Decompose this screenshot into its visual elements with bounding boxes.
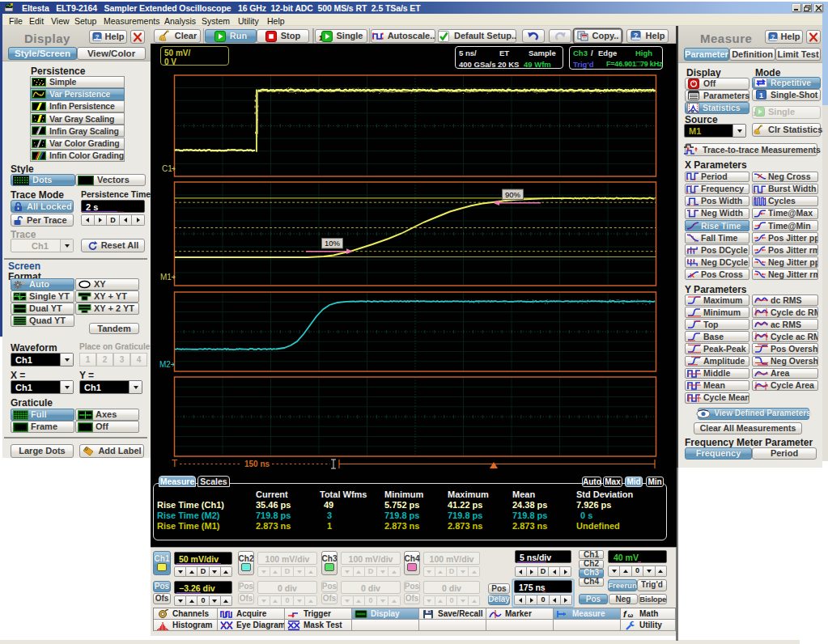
- svg-text:C1: C1: [162, 164, 172, 173]
- svg-text:150 ns: 150 ns: [244, 460, 270, 468]
- svg-text:T: T: [172, 458, 178, 469]
- svg-text:?: ?: [633, 32, 638, 40]
- svg-text:?: ?: [95, 33, 99, 40]
- svg-text:M2: M2: [159, 360, 171, 369]
- svg-text:f: f: [623, 609, 627, 619]
- svg-text:ω: ω: [628, 612, 634, 619]
- svg-text:1: 1: [759, 91, 763, 100]
- svg-text:?: ?: [771, 33, 775, 40]
- svg-text:10%: 10%: [325, 239, 341, 248]
- svg-text:σ: σ: [691, 108, 694, 112]
- svg-text:M1: M1: [160, 273, 172, 282]
- svg-text:90%: 90%: [505, 190, 521, 199]
